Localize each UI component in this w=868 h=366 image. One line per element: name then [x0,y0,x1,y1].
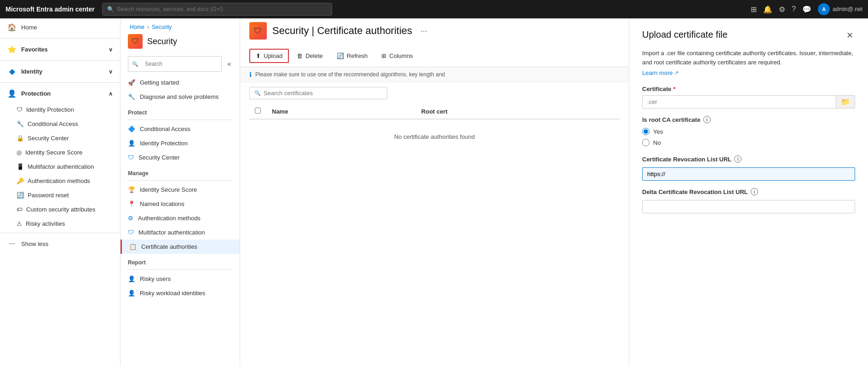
breadcrumb-home[interactable]: Home [130,24,144,30]
crl-url-info-icon[interactable]: i [734,155,742,163]
nav-multifactor-auth[interactable]: 🛡 Multifactor authentication [121,225,240,240]
certificate-input[interactable] [642,95,836,109]
certificate-input-group: 📁 [642,95,855,109]
crl-url-input[interactable] [642,167,855,181]
nav-conditional-access[interactable]: 🔷 Conditional Access [121,122,240,136]
chevron-down-icon: ∨ [109,46,113,53]
sidebar-item-auth-methods[interactable]: 🔑 Authentication methods [0,174,120,188]
upload-button[interactable]: ⬆ Upload [249,49,289,63]
divider [0,60,120,61]
nav-certificate-authorities[interactable]: 📋 Certificate authorities [121,240,240,254]
search-bar[interactable]: 🔍 [102,3,332,16]
secondary-search-wrap: 🔍 [128,56,222,72]
crl-url-text: Certificate Revocation List URL [642,156,731,163]
refresh-button[interactable]: 🔄 Refresh [331,49,374,63]
breadcrumb-security[interactable]: Security [152,24,172,30]
certificate-file-button[interactable]: 📁 [836,95,855,109]
divider [128,269,232,270]
tag-icon: 🏷 [17,206,23,213]
more-options-icon[interactable]: ··· [420,26,427,36]
page-subtitle: Certificate authorities [317,25,412,36]
radio-yes-item[interactable]: Yes [642,128,855,135]
is-root-ca-info-icon[interactable]: i [703,116,711,123]
cert-icon: 📋 [129,243,137,250]
content-area: Home › Security 🛡 Security 🔍 [121,18,868,366]
label: Identity Secure Score [140,186,197,193]
name-col-header[interactable]: Name [266,104,416,119]
right-panel-title: Upload certificate file [642,29,728,40]
radio-yes-input[interactable] [642,128,650,135]
location-icon: 📍 [128,200,135,207]
is-root-ca-text: Is root CA certificate [642,116,701,123]
help-icon[interactable]: ? [792,5,796,13]
label: Risky workload identities [140,290,205,297]
refresh-icon: 🔄 [337,52,344,59]
sidebar-label-protection: Protection [21,90,51,97]
sidebar-item-security-center[interactable]: 🔒 Security Center [0,131,120,145]
sidebar-item-identity-protection[interactable]: 🛡 Identity Protection [0,103,120,117]
root-cert-col-header[interactable]: Root cert [416,104,620,119]
sidebar-item-conditional-access[interactable]: 🔧 Conditional Access [0,117,120,131]
bell-icon[interactable]: 🔔 [763,5,772,14]
nav-named-locations[interactable]: 📍 Named locations [121,197,240,211]
feedback-icon[interactable]: 💬 [802,5,811,14]
table-header-row: Name Root cert [249,104,620,119]
delta-crl-input[interactable] [642,200,855,213]
sidebar-item-home[interactable]: 🏠 Home [0,18,120,36]
nav-identity-secure-score[interactable]: 🏆 Identity Secure Score [121,183,240,197]
upload-label: Upload [264,52,282,59]
page-title: Security | Certificate authorities [272,25,412,37]
info-message: Please make sure to use one of the recom… [255,71,445,78]
nav-security-center[interactable]: 🛡 Security Center [121,150,240,165]
wrench-icon: 🔧 [128,93,135,100]
label: Password reset [28,192,69,199]
learn-more-link[interactable]: Learn more ↗ [642,69,855,76]
nav-authentication-methods[interactable]: ⚙ Authentication methods [121,211,240,225]
nav-risky-users[interactable]: 👤 Risky users [121,272,240,286]
target-icon: ◎ [17,149,22,156]
radio-no-item[interactable]: No [642,139,855,146]
sidebar-item-favorites[interactable]: ⭐ Favorites ∨ [0,40,120,58]
columns-button[interactable]: ⊞ Columns [375,49,419,63]
breadcrumb-sep: › [147,24,149,30]
collapse-button[interactable]: « [225,58,233,70]
refresh-icon: 🔄 [17,192,24,199]
label: Conditional Access [140,126,190,132]
sidebar-item-protection[interactable]: 👤 Protection ∧ [0,85,120,103]
label: Named locations [140,200,184,207]
nav-risky-workload[interactable]: 👤 Risky workload identities [121,286,240,300]
search-input[interactable] [117,6,327,12]
auth-methods-icon: ⚙ [128,215,133,222]
settings-icon[interactable]: ⚙ [779,5,785,14]
cert-search-input[interactable] [264,90,382,97]
sidebar-item-identity[interactable]: ◆ Identity ∨ [0,63,120,80]
grid-icon[interactable]: ⊞ [751,5,757,14]
nav-identity-protection[interactable]: 👤 Identity Protection [121,136,240,150]
label: Conditional Access [28,120,78,127]
radio-no-input[interactable] [642,139,650,146]
nav-diagnose[interactable]: 🔧 Diagnose and solve problems [121,90,240,104]
sidebar-item-risky-activities[interactable]: ⚠ Risky activities [0,217,120,231]
sidebar-item-identity-secure-score[interactable]: ◎ Identity Secure Score [0,145,120,160]
search-icon: 🔍 [107,6,114,12]
delete-button[interactable]: 🗑 Delete [291,49,329,63]
delta-crl-text: Delta Certificate Revocation List URL [642,189,748,195]
certificate-label: Certificate * [642,86,855,92]
info-bar: ℹ Please make sure to use one of the rec… [240,67,629,82]
sidebar-item-show-less[interactable]: ··· Show less [0,235,120,252]
sidebar-item-multifactor-auth[interactable]: 📱 Multifactor authentication [0,160,120,174]
sidebar-item-password-reset[interactable]: 🔄 Password reset [0,188,120,202]
select-all-checkbox[interactable] [255,108,261,114]
toolbar: ⬆ Upload 🗑 Delete 🔄 Refresh ⊞ Columns [240,45,629,67]
sidebar-item-custom-security[interactable]: 🏷 Custom security attributes [0,202,120,217]
columns-icon: ⊞ [381,52,386,59]
root-ca-radio-group: Yes No [642,128,855,146]
secondary-search-input[interactable] [141,58,218,69]
delta-crl-info-icon[interactable]: i [751,188,758,195]
person-icon: 👤 [7,89,17,98]
external-link-icon: ↗ [674,70,678,76]
nav-getting-started[interactable]: 🚀 Getting started [121,75,240,90]
close-button[interactable]: ✕ [845,29,855,41]
section-protect: Protect [121,104,240,118]
user-info[interactable]: A admin@.net [818,3,862,15]
